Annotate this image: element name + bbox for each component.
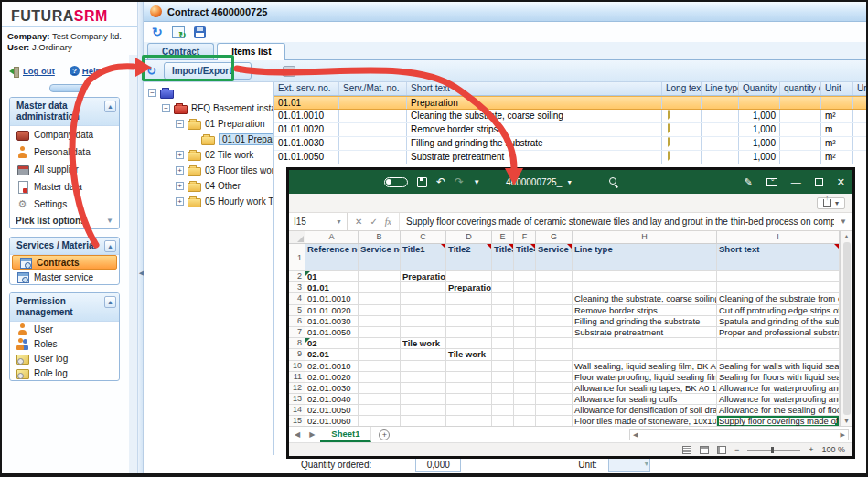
column-header-C[interactable]: C — [401, 231, 446, 243]
import-export-button[interactable]: Import/Export▼ — [164, 62, 252, 80]
cell-B10[interactable] — [359, 361, 401, 371]
cell-B12[interactable] — [359, 383, 401, 393]
header-cell-E[interactable]: Title3 — [492, 244, 514, 270]
cell-G3[interactable] — [536, 282, 573, 292]
cell-C9[interactable] — [401, 349, 446, 359]
scrollbar-thumb[interactable] — [843, 242, 851, 415]
cell-H11[interactable]: Floor waterproofing, liquid sealing film — [573, 372, 717, 382]
row-header-4[interactable]: 4 — [289, 293, 305, 303]
cell-G4[interactable] — [536, 293, 573, 303]
cell-H9[interactable] — [573, 349, 717, 359]
row-header-15[interactable]: 15 — [289, 416, 305, 426]
share-button[interactable]: ▾ — [817, 197, 845, 209]
cell-A10[interactable]: 02.01.0010 — [305, 361, 359, 371]
scroll-left-icon[interactable]: ◀ — [630, 431, 640, 439]
hidden-toolbar-icon[interactable] — [283, 66, 295, 77]
column-header[interactable]: quantity calc — [780, 82, 821, 95]
cell-C14[interactable] — [401, 405, 446, 415]
sidebar-item-user[interactable]: User — [10, 322, 119, 336]
page-break-view-icon[interactable] — [717, 446, 726, 454]
tree-node[interactable]: +02 Tile work — [148, 147, 273, 163]
sidebar-item-role-log[interactable]: Role log — [10, 366, 119, 380]
collapse-panel-icon[interactable]: ▲ — [104, 296, 116, 308]
save-icon[interactable] — [194, 26, 206, 38]
header-cell-D[interactable]: Title2 — [446, 244, 492, 270]
column-header-A[interactable]: A — [305, 231, 359, 243]
autosave-toggle[interactable] — [384, 177, 408, 187]
cell-I9[interactable] — [717, 349, 840, 359]
cell-E13[interactable] — [492, 394, 514, 404]
cell-G14[interactable] — [536, 405, 573, 415]
column-header[interactable]: Uni — [853, 82, 866, 95]
cell-D11[interactable] — [446, 372, 492, 382]
header-cell-H[interactable]: Line type — [573, 244, 717, 270]
logout-link[interactable]: Log out — [9, 66, 55, 76]
row-header-3[interactable]: 3 — [289, 282, 305, 292]
row-header-7[interactable]: 7 — [289, 327, 305, 337]
cell-I7[interactable]: Proper and professional substrate p — [717, 327, 840, 337]
cell-H3[interactable] — [573, 282, 717, 292]
cell-E4[interactable] — [492, 293, 514, 303]
cell-G13[interactable] — [536, 394, 573, 404]
table-row[interactable]: 01.01.0050Substrate pretreatment1,000m² — [274, 151, 866, 164]
cell-E7[interactable] — [492, 327, 514, 337]
column-header-E[interactable]: E — [492, 231, 514, 243]
cell-A13[interactable]: 02.01.0040 — [305, 394, 359, 404]
normal-view-icon[interactable] — [682, 446, 691, 454]
tab-items-list[interactable]: Items list — [217, 43, 285, 60]
cell-F5[interactable] — [514, 305, 536, 315]
expand-formula-bar-icon[interactable]: ▼ — [834, 217, 852, 226]
minimize-icon[interactable]: — — [791, 176, 801, 187]
cell-C11[interactable] — [401, 372, 446, 382]
tree-node[interactable]: − — [148, 85, 273, 101]
cancel-entry-icon[interactable]: ✕ — [355, 217, 362, 227]
cell-H6[interactable]: Filling and grinding the substrate — [573, 316, 717, 326]
cell-A12[interactable]: 02.01.0030 — [305, 383, 359, 393]
cell-A8[interactable]: 02 — [305, 338, 359, 348]
cell-I12[interactable]: Allowance for waterproofing and se — [717, 383, 840, 393]
undo-icon[interactable]: ↶ — [436, 175, 445, 188]
zoom-slider[interactable] — [747, 450, 800, 450]
cell-A9[interactable]: 02.01 — [305, 349, 359, 359]
cell-E3[interactable] — [492, 282, 514, 292]
tree-node[interactable]: +04 Other — [148, 178, 273, 194]
cell-I4[interactable]: Cleaning of the substrate from coars — [717, 293, 840, 303]
cell-E5[interactable] — [492, 305, 514, 315]
column-header[interactable]: Line type — [702, 82, 739, 95]
tree-node[interactable]: −RFQ Basement installation S — [148, 101, 273, 116]
cell-B6[interactable] — [359, 316, 401, 326]
sidebar-item-all-supplier[interactable]: All supplier — [10, 161, 119, 178]
name-box[interactable]: I15▼ — [289, 213, 348, 230]
cell-B15[interactable] — [359, 416, 401, 426]
column-header-F[interactable]: F — [514, 231, 536, 243]
sidebar-divider-handle[interactable] — [49, 84, 86, 92]
horizontal-scrollbar[interactable]: ◀ ▶ — [629, 429, 849, 440]
cell-C10[interactable] — [401, 361, 446, 371]
cell-A15[interactable]: 02.01.0060 — [305, 416, 359, 426]
cell-H4[interactable]: Cleaning the substrate, coarse soiling — [573, 293, 717, 303]
cell-D9[interactable]: Tile work — [446, 349, 492, 359]
tree-node[interactable]: +05 Hourly work Tiles and — [148, 194, 273, 209]
cell-E15[interactable] — [492, 416, 514, 426]
cell-H5[interactable]: Remove border strips — [573, 305, 717, 315]
cell-I5[interactable]: Cut off protruding edge strips of pol — [717, 305, 840, 315]
sidebar-item-master-data[interactable]: Master data — [10, 178, 119, 196]
cell-G10[interactable] — [536, 361, 573, 371]
cell-E10[interactable] — [492, 361, 514, 371]
cell-H15[interactable]: Floor tiles made of stoneware, 10x10 cm — [573, 416, 717, 426]
cell-E14[interactable] — [492, 405, 514, 415]
cell-I13[interactable]: Allowance for waterproofing and se — [717, 394, 840, 404]
cell-H14[interactable]: Allowance for densification of soil drai — [573, 405, 717, 415]
cell-C12[interactable] — [401, 383, 446, 393]
cell-A11[interactable]: 02.01.0020 — [305, 372, 359, 382]
cell-C2[interactable]: Preparation — [401, 271, 446, 281]
cell-I10[interactable]: Sealing for walls with liquid sealing — [717, 361, 840, 371]
table-row[interactable]: 01.01Preparation — [274, 96, 866, 110]
cell-B5[interactable] — [359, 305, 401, 315]
long-text-note-icon[interactable] — [668, 123, 670, 135]
cell-D2[interactable] — [446, 271, 492, 281]
tree-node[interactable]: 01.01 Preparation — [148, 132, 273, 147]
sidebar-item-personal-data[interactable]: Personal data — [10, 143, 119, 161]
cell-F12[interactable] — [514, 383, 536, 393]
cell-C6[interactable] — [401, 316, 446, 326]
